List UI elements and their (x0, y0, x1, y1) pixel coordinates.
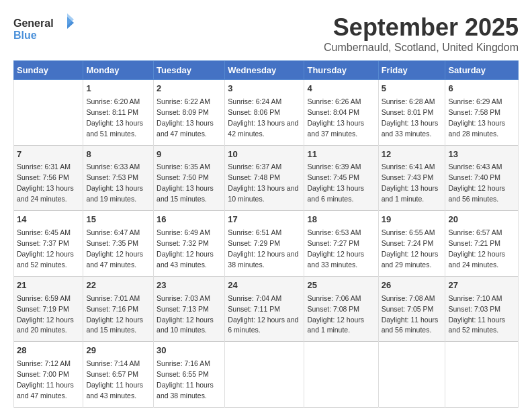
calendar-day-cell: 12 Sunrise: 6:41 AMSunset: 7:43 PMDaylig… (378, 145, 445, 211)
calendar-day-cell: 18 Sunrise: 6:53 AMSunset: 7:27 PMDaylig… (304, 211, 378, 277)
title-block: September 2025 Cumbernauld, Scotland, Un… (324, 13, 519, 54)
day-number: 10 (228, 148, 301, 161)
location: Cumbernauld, Scotland, United Kingdom (324, 42, 519, 54)
calendar-day-cell: 3 Sunrise: 6:24 AMSunset: 8:06 PMDayligh… (225, 80, 304, 146)
calendar-day-header: Wednesday (225, 61, 304, 80)
logo: General Blue (13, 13, 74, 44)
calendar-day-cell: 24 Sunrise: 7:04 AMSunset: 7:11 PMDaylig… (225, 276, 304, 342)
day-sunrise: Sunrise: 7:16 AMSunset: 6:55 PMDaylight:… (157, 359, 214, 400)
day-number: 20 (448, 214, 515, 226)
day-number: 17 (228, 214, 301, 226)
calendar-day-cell: 26 Sunrise: 7:08 AMSunset: 7:05 PMDaylig… (378, 276, 445, 342)
day-number: 12 (382, 148, 443, 161)
day-number: 13 (448, 148, 515, 161)
day-number: 4 (307, 83, 375, 95)
calendar-day-cell: 19 Sunrise: 6:55 AMSunset: 7:24 PMDaylig… (378, 211, 445, 277)
svg-text:General: General (13, 17, 54, 29)
calendar-day-cell: 25 Sunrise: 7:06 AMSunset: 7:08 PMDaylig… (304, 276, 378, 342)
calendar-header-row: SundayMondayTuesdayWednesdayThursdayFrid… (14, 61, 519, 80)
month-title: September 2025 (324, 13, 519, 42)
calendar-day-cell: 16 Sunrise: 6:49 AMSunset: 7:32 PMDaylig… (154, 211, 225, 277)
day-sunrise: Sunrise: 6:28 AMSunset: 8:01 PMDaylight:… (382, 97, 439, 138)
day-number: 28 (17, 345, 80, 357)
calendar-week-row: 7 Sunrise: 6:31 AMSunset: 7:56 PMDayligh… (14, 145, 519, 211)
calendar-day-header: Sunday (14, 61, 83, 80)
calendar-day-cell: 27 Sunrise: 7:10 AMSunset: 7:03 PMDaylig… (445, 276, 519, 342)
calendar-day-cell: 5 Sunrise: 6:28 AMSunset: 8:01 PMDayligh… (378, 80, 445, 146)
day-number: 6 (448, 83, 515, 95)
day-number: 11 (307, 148, 375, 161)
day-number: 26 (382, 279, 443, 292)
day-number: 24 (228, 279, 301, 292)
day-number: 5 (382, 83, 443, 95)
day-number: 14 (17, 214, 80, 226)
calendar-day-header: Thursday (304, 61, 378, 80)
day-sunrise: Sunrise: 6:33 AMSunset: 7:53 PMDaylight:… (86, 163, 143, 203)
calendar-day-cell: 29 Sunrise: 7:14 AMSunset: 6:57 PMDaylig… (83, 342, 154, 408)
day-sunrise: Sunrise: 7:03 AMSunset: 7:13 PMDaylight:… (157, 294, 214, 334)
day-sunrise: Sunrise: 7:06 AMSunset: 7:08 PMDaylight:… (307, 294, 364, 334)
day-number: 22 (86, 279, 150, 292)
calendar-day-cell: 2 Sunrise: 6:22 AMSunset: 8:09 PMDayligh… (154, 80, 225, 146)
day-sunrise: Sunrise: 6:20 AMSunset: 8:11 PMDaylight:… (86, 97, 143, 138)
day-number: 25 (307, 279, 375, 292)
day-sunrise: Sunrise: 7:10 AMSunset: 7:03 PMDaylight:… (448, 294, 505, 334)
calendar-day-cell: 22 Sunrise: 7:01 AMSunset: 7:16 PMDaylig… (83, 276, 154, 342)
day-number: 29 (86, 345, 150, 357)
day-sunrise: Sunrise: 6:37 AMSunset: 7:48 PMDaylight:… (228, 163, 298, 203)
day-sunrise: Sunrise: 7:14 AMSunset: 6:57 PMDaylight:… (86, 359, 143, 400)
calendar-day-cell: 13 Sunrise: 6:43 AMSunset: 7:40 PMDaylig… (445, 145, 519, 211)
calendar-table: SundayMondayTuesdayWednesdayThursdayFrid… (13, 60, 519, 408)
day-sunrise: Sunrise: 7:08 AMSunset: 7:05 PMDaylight:… (382, 294, 439, 334)
svg-text:Blue: Blue (13, 30, 37, 41)
calendar-day-header: Saturday (445, 61, 519, 80)
calendar-day-cell: 4 Sunrise: 6:26 AMSunset: 8:04 PMDayligh… (304, 80, 378, 146)
day-number: 3 (228, 83, 301, 95)
calendar-day-cell: 20 Sunrise: 6:57 AMSunset: 7:21 PMDaylig… (445, 211, 519, 277)
day-sunrise: Sunrise: 6:55 AMSunset: 7:24 PMDaylight:… (382, 228, 439, 269)
day-number: 1 (86, 83, 150, 95)
day-number: 27 (448, 279, 515, 292)
day-number: 23 (157, 279, 222, 292)
calendar-day-cell: 9 Sunrise: 6:35 AMSunset: 7:50 PMDayligh… (154, 145, 225, 211)
calendar-week-row: 28 Sunrise: 7:12 AMSunset: 7:00 PMDaylig… (14, 342, 519, 408)
logo-svg: General Blue (13, 13, 74, 44)
calendar-day-header: Tuesday (154, 61, 225, 80)
day-number: 19 (382, 214, 443, 226)
day-number: 16 (157, 214, 222, 226)
calendar-week-row: 14 Sunrise: 6:45 AMSunset: 7:37 PMDaylig… (14, 211, 519, 277)
page-header: General Blue September 2025 Cumbernauld,… (13, 13, 519, 54)
day-sunrise: Sunrise: 6:39 AMSunset: 7:45 PMDaylight:… (307, 163, 364, 203)
day-number: 21 (17, 279, 80, 292)
day-number: 30 (157, 345, 222, 357)
day-sunrise: Sunrise: 6:26 AMSunset: 8:04 PMDaylight:… (307, 97, 364, 138)
day-sunrise: Sunrise: 6:57 AMSunset: 7:21 PMDaylight:… (448, 228, 505, 269)
calendar-day-cell: 30 Sunrise: 7:16 AMSunset: 6:55 PMDaylig… (154, 342, 225, 408)
day-sunrise: Sunrise: 6:49 AMSunset: 7:32 PMDaylight:… (157, 228, 214, 269)
calendar-day-cell: 15 Sunrise: 6:47 AMSunset: 7:35 PMDaylig… (83, 211, 154, 277)
calendar-day-cell (445, 342, 519, 408)
day-number: 18 (307, 214, 375, 226)
day-sunrise: Sunrise: 6:53 AMSunset: 7:27 PMDaylight:… (307, 228, 364, 269)
calendar-day-cell: 23 Sunrise: 7:03 AMSunset: 7:13 PMDaylig… (154, 276, 225, 342)
calendar-day-cell: 17 Sunrise: 6:51 AMSunset: 7:29 PMDaylig… (225, 211, 304, 277)
day-sunrise: Sunrise: 6:47 AMSunset: 7:35 PMDaylight:… (86, 228, 143, 269)
day-sunrise: Sunrise: 6:35 AMSunset: 7:50 PMDaylight:… (157, 163, 214, 203)
day-sunrise: Sunrise: 7:01 AMSunset: 7:16 PMDaylight:… (86, 294, 143, 334)
day-sunrise: Sunrise: 6:22 AMSunset: 8:09 PMDaylight:… (157, 97, 214, 138)
calendar-day-cell: 8 Sunrise: 6:33 AMSunset: 7:53 PMDayligh… (83, 145, 154, 211)
day-sunrise: Sunrise: 6:51 AMSunset: 7:29 PMDaylight:… (228, 228, 298, 269)
calendar-day-cell: 7 Sunrise: 6:31 AMSunset: 7:56 PMDayligh… (14, 145, 83, 211)
calendar-week-row: 21 Sunrise: 6:59 AMSunset: 7:19 PMDaylig… (14, 276, 519, 342)
day-number: 15 (86, 214, 150, 226)
day-sunrise: Sunrise: 6:59 AMSunset: 7:19 PMDaylight:… (17, 294, 74, 334)
calendar-day-cell: 28 Sunrise: 7:12 AMSunset: 7:00 PMDaylig… (14, 342, 83, 408)
calendar-week-row: 1 Sunrise: 6:20 AMSunset: 8:11 PMDayligh… (14, 80, 519, 146)
day-number: 2 (157, 83, 222, 95)
day-number: 8 (86, 148, 150, 161)
calendar-day-cell: 10 Sunrise: 6:37 AMSunset: 7:48 PMDaylig… (225, 145, 304, 211)
calendar-day-cell: 11 Sunrise: 6:39 AMSunset: 7:45 PMDaylig… (304, 145, 378, 211)
calendar-day-cell: 21 Sunrise: 6:59 AMSunset: 7:19 PMDaylig… (14, 276, 83, 342)
calendar-day-header: Friday (378, 61, 445, 80)
calendar-day-cell: 6 Sunrise: 6:29 AMSunset: 7:58 PMDayligh… (445, 80, 519, 146)
